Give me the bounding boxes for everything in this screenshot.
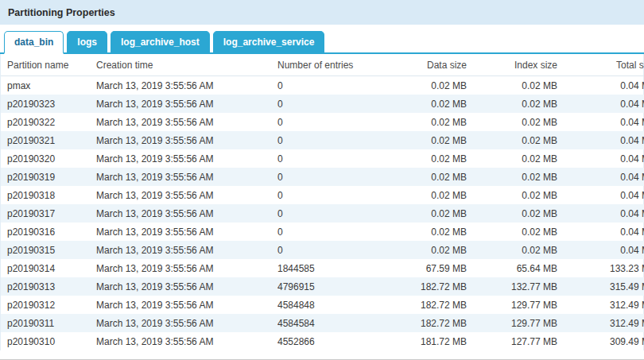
table-cell: 0.02 MB xyxy=(478,223,568,241)
column-header-data-size: Data size xyxy=(387,54,478,76)
table-cell: p20190319 xyxy=(1,168,96,186)
column-header-total-size: Total size xyxy=(568,54,644,76)
table-row[interactable]: p20190316March 13, 2019 3:55:56 AM00.02 … xyxy=(1,223,644,241)
table-cell: 129.77 MB xyxy=(478,296,568,314)
table-cell: March 13, 2019 3:55:56 AM xyxy=(96,204,277,223)
column-header-creation-time: Creation time xyxy=(96,54,277,76)
table-row[interactable]: p20190312March 13, 2019 3:55:56 AM458484… xyxy=(1,296,644,314)
table-cell: 0.02 MB xyxy=(478,186,568,204)
table-cell: p20190316 xyxy=(1,223,96,241)
tab-log_archive_host[interactable]: log_archive_host xyxy=(111,31,210,54)
table-cell: 0.04 MB xyxy=(568,113,644,131)
table-cell: 0.02 MB xyxy=(478,76,568,95)
table-cell: p20190323 xyxy=(1,95,96,113)
table-cell: 0 xyxy=(277,241,387,259)
table-cell: 0.02 MB xyxy=(387,95,478,113)
table-cell: p20190312 xyxy=(1,296,96,314)
table-cell: 0 xyxy=(277,113,387,131)
table-cell: 0 xyxy=(277,131,387,149)
table-cell: March 13, 2019 3:55:56 AM xyxy=(96,113,277,131)
table-cell: 0.04 MB xyxy=(568,149,644,168)
table-cell: p20190315 xyxy=(1,241,96,259)
table-cell: 133.23 MB xyxy=(568,259,644,277)
table-cell: 0.02 MB xyxy=(387,186,478,204)
table-cell: 182.72 MB xyxy=(387,277,478,296)
table-cell: 0.02 MB xyxy=(478,131,568,149)
table-cell: 0.02 MB xyxy=(478,113,568,131)
table-cell: 129.77 MB xyxy=(478,314,568,332)
table-row[interactable]: p20190314March 13, 2019 3:55:56 AM184458… xyxy=(1,259,644,277)
column-header-partition-name: Partition name xyxy=(1,54,96,76)
table-cell: March 13, 2019 3:55:56 AM xyxy=(96,186,277,204)
tab-bar: data_binlogslog_archive_hostlog_archive_… xyxy=(0,25,644,54)
table-cell: 0.02 MB xyxy=(387,241,478,259)
table-cell: 315.49 MB xyxy=(568,277,644,296)
table-cell: 0.04 MB xyxy=(568,223,644,241)
table-cell: 0.04 MB xyxy=(568,204,644,223)
table-row[interactable]: p20190311March 13, 2019 3:55:56 AM458458… xyxy=(1,314,644,332)
table-cell: 0.04 MB xyxy=(568,186,644,204)
table-row[interactable]: p20190310March 13, 2019 3:55:56 AM455286… xyxy=(1,332,644,350)
table-cell: 309.49 MB xyxy=(568,332,644,350)
table-row[interactable]: p20190318March 13, 2019 3:55:56 AM00.02 … xyxy=(1,186,644,204)
table-row[interactable]: pmaxMarch 13, 2019 3:55:56 AM00.02 MB0.0… xyxy=(1,76,644,95)
table-cell: 0.04 MB xyxy=(568,76,644,95)
table-cell: 0 xyxy=(277,204,387,223)
table-cell: March 13, 2019 3:55:56 AM xyxy=(96,259,277,277)
table-cell: March 13, 2019 3:55:56 AM xyxy=(96,149,277,168)
table-cell: 132.77 MB xyxy=(478,277,568,296)
table-cell: 0 xyxy=(277,95,387,113)
table-cell: 0.02 MB xyxy=(387,149,478,168)
table-cell: 65.64 MB xyxy=(478,259,568,277)
table-row[interactable]: p20190313March 13, 2019 3:55:56 AM479691… xyxy=(1,277,644,296)
table-body: pmaxMarch 13, 2019 3:55:56 AM00.02 MB0.0… xyxy=(1,76,644,351)
table-cell: pmax xyxy=(1,76,96,95)
table-cell: 0 xyxy=(277,76,387,95)
partitioning-properties-panel: Partitioning Properties data_binlogslog_… xyxy=(0,0,644,360)
table-cell: 0.04 MB xyxy=(568,241,644,259)
table-row[interactable]: p20190320March 13, 2019 3:55:56 AM00.02 … xyxy=(1,149,644,168)
table-cell: 0.02 MB xyxy=(387,131,478,149)
table-cell: 0.02 MB xyxy=(387,113,478,131)
table-row[interactable]: p20190322March 13, 2019 3:55:56 AM00.02 … xyxy=(1,113,644,131)
table-cell: March 13, 2019 3:55:56 AM xyxy=(96,314,277,332)
table-cell: March 13, 2019 3:55:56 AM xyxy=(96,95,277,113)
table-cell: 0.02 MB xyxy=(478,168,568,186)
table-cell: 0.02 MB xyxy=(387,204,478,223)
table-cell: 182.72 MB xyxy=(387,314,478,332)
table-cell: 0 xyxy=(277,186,387,204)
table-cell: p20190318 xyxy=(1,186,96,204)
table-cell: 67.59 MB xyxy=(387,259,478,277)
table-cell: 0 xyxy=(277,168,387,186)
table-row[interactable]: p20190323March 13, 2019 3:55:56 AM00.02 … xyxy=(1,95,644,113)
column-header-index-size: Index size xyxy=(478,54,568,76)
table-cell: 0.02 MB xyxy=(478,241,568,259)
table-cell: p20190317 xyxy=(1,204,96,223)
table-cell: March 13, 2019 3:55:56 AM xyxy=(96,168,277,186)
table-cell: 0.02 MB xyxy=(387,168,478,186)
partitions-table: Partition nameCreation timeNumber of ent… xyxy=(1,54,644,350)
tab-logs[interactable]: logs xyxy=(67,31,107,54)
table-cell: p20190322 xyxy=(1,113,96,131)
table-cell: p20190320 xyxy=(1,149,96,168)
table-cell: March 13, 2019 3:55:56 AM xyxy=(96,241,277,259)
tab-data_bin[interactable]: data_bin xyxy=(4,31,64,54)
tab-log_archive_service[interactable]: log_archive_service xyxy=(213,31,325,54)
table-cell: p20190314 xyxy=(1,259,96,277)
table-cell: 0.04 MB xyxy=(568,168,644,186)
table-cell: 0.02 MB xyxy=(387,76,478,95)
table-cell: 312.49 MB xyxy=(568,296,644,314)
table-cell: March 13, 2019 3:55:56 AM xyxy=(96,296,277,314)
table-row[interactable]: p20190319March 13, 2019 3:55:56 AM00.02 … xyxy=(1,168,644,186)
table-row[interactable]: p20190317March 13, 2019 3:55:56 AM00.02 … xyxy=(1,204,644,223)
table-cell: March 13, 2019 3:55:56 AM xyxy=(96,131,277,149)
table-cell: 0.02 MB xyxy=(478,149,568,168)
table-row[interactable]: p20190321March 13, 2019 3:55:56 AM00.02 … xyxy=(1,131,644,149)
table-row[interactable]: p20190315March 13, 2019 3:55:56 AM00.02 … xyxy=(1,241,644,259)
table-cell: p20190310 xyxy=(1,332,96,350)
table-cell: March 13, 2019 3:55:56 AM xyxy=(96,76,277,95)
table-cell: 312.49 MB xyxy=(568,314,644,332)
table-cell: 127.77 MB xyxy=(478,332,568,350)
table-cell: 0.04 MB xyxy=(568,95,644,113)
table-cell: 0.02 MB xyxy=(478,204,568,223)
